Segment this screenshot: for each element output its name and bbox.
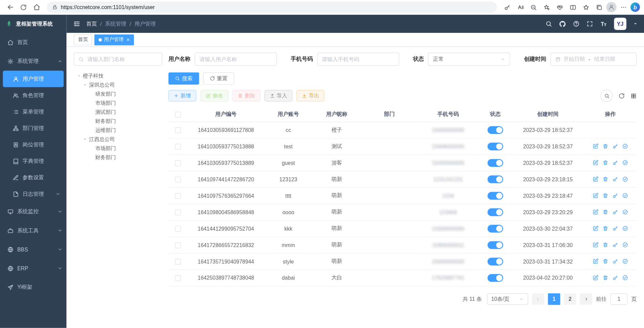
delete-icon[interactable] [602,242,608,248]
select-all-checkbox[interactable] [175,111,181,117]
page-button[interactable]: 2 [564,293,576,304]
edit-icon[interactable] [593,275,598,281]
assign-role-icon[interactable] [622,209,628,215]
reset-button[interactable]: 重置 [203,72,234,85]
tree-caret-icon[interactable] [77,74,82,78]
username-input[interactable] [195,53,277,66]
refresh-table-button[interactable] [618,93,625,99]
row-checkbox[interactable] [175,160,181,166]
sidebar-item[interactable]: 参数设置 [3,169,64,186]
reset-password-icon[interactable] [612,209,618,215]
next-page-button[interactable] [580,293,592,304]
status-toggle[interactable] [488,175,503,183]
tree-node[interactable]: 江西总公司 [74,135,162,144]
address-bar[interactable]: https://ccnetcore.com:1101/system/user [47,2,497,13]
delete-icon[interactable] [602,143,608,149]
sidebar-item[interactable]: 系统监控 [0,202,66,221]
fullscreen-icon[interactable] [587,20,593,27]
tab-active[interactable]: 用户管理× [94,34,134,45]
tab-item[interactable]: 首页 [74,34,92,45]
export-button[interactable]: 导出 [297,90,325,101]
edit-icon[interactable] [593,193,598,198]
assign-role-icon[interactable] [622,275,628,281]
add-button[interactable]: 新增 [168,90,196,101]
toggle-search-button[interactable] [600,90,613,102]
avatar-caret-icon[interactable] [633,22,637,26]
sidebar-item[interactable]: 日志管理 [3,186,64,202]
reset-password-icon[interactable] [612,143,618,149]
assign-role-icon[interactable] [622,242,628,248]
tree-node[interactable]: 运维部门 [74,126,162,135]
row-checkbox[interactable] [175,209,181,215]
delete-icon[interactable] [602,160,608,166]
sidebar-item[interactable]: 岗位管理 [3,136,64,153]
tree-node[interactable]: 财务部门 [74,117,162,126]
font-size-icon[interactable] [600,20,607,28]
tree-node[interactable]: 深圳总公司 [74,81,162,90]
github-icon[interactable] [559,20,566,28]
refresh-button[interactable] [17,1,30,13]
reset-password-icon[interactable] [612,160,618,166]
assign-role-icon[interactable] [622,226,628,231]
sidebar-item[interactable]: 系统管理 [0,52,66,71]
edit-icon[interactable] [593,259,598,264]
sidebar-item[interactable]: 系统工具 [0,221,66,240]
sidebar-item[interactable]: ERP [0,259,66,278]
import-button[interactable]: 导入 [264,90,292,101]
tree-caret-icon[interactable] [83,83,88,87]
assign-role-icon[interactable] [622,143,628,149]
password-manager-button[interactable] [501,1,513,13]
assign-role-icon[interactable] [622,176,628,182]
assign-role-icon[interactable] [622,259,628,264]
status-toggle[interactable] [488,192,503,199]
delete-icon[interactable] [602,176,608,182]
read-aloud-button[interactable] [514,1,527,13]
tree-node[interactable]: 研发部门 [74,90,162,99]
tree-node[interactable]: 市场部门 [74,144,162,153]
delete-icon[interactable] [602,275,608,281]
row-checkbox[interactable] [175,259,181,265]
row-checkbox[interactable] [175,226,181,232]
row-checkbox[interactable] [175,177,181,182]
date-range-picker[interactable]: 开始日期 - 结束日期 [550,53,637,66]
edit-icon[interactable] [593,209,598,215]
browser-menu-button[interactable] [617,1,630,13]
row-checkbox[interactable] [175,242,181,248]
status-toggle[interactable] [488,208,503,216]
browser-profile-avatar[interactable] [606,2,616,12]
edit-icon[interactable] [593,143,598,149]
assign-role-icon[interactable] [622,193,628,198]
browser-essentials-button[interactable] [554,1,566,13]
tree-node[interactable]: 市场部门 [74,99,162,108]
collections-button[interactable] [593,1,605,13]
add-favorite-button[interactable] [541,1,553,13]
reset-password-icon[interactable] [612,193,618,198]
assign-role-icon[interactable] [622,160,628,166]
breadcrumb-item[interactable]: 用户管理 [135,20,156,28]
status-toggle[interactable] [488,225,503,232]
split-screen-button[interactable] [567,1,579,13]
sidebar-item[interactable]: 菜单管理 [3,103,64,120]
sidebar-item[interactable]: 字典管理 [3,153,64,169]
search-button[interactable]: 搜索 [168,72,199,85]
user-avatar[interactable]: YJ [614,18,627,30]
prev-page-button[interactable] [532,293,544,304]
delete-icon[interactable] [602,209,608,215]
tree-node[interactable]: 财务部门 [74,153,162,162]
reset-password-icon[interactable] [612,226,618,231]
edit-icon[interactable] [593,176,598,182]
reset-password-icon[interactable] [612,275,618,281]
tree-node[interactable]: 橙子科技 [74,72,162,81]
edit-icon[interactable] [593,242,598,248]
status-toggle[interactable] [488,159,503,167]
status-toggle[interactable] [488,274,503,282]
modify-button[interactable]: 修改 [200,90,228,101]
zoom-button[interactable] [527,1,540,13]
delete-icon[interactable] [602,226,608,231]
reset-password-icon[interactable] [612,176,618,182]
sidebar-collapse-icon[interactable] [73,20,81,28]
page-button[interactable]: 1 [548,293,560,304]
status-toggle[interactable] [488,241,503,249]
tree-caret-icon[interactable] [83,137,88,141]
row-checkbox[interactable] [175,144,181,149]
